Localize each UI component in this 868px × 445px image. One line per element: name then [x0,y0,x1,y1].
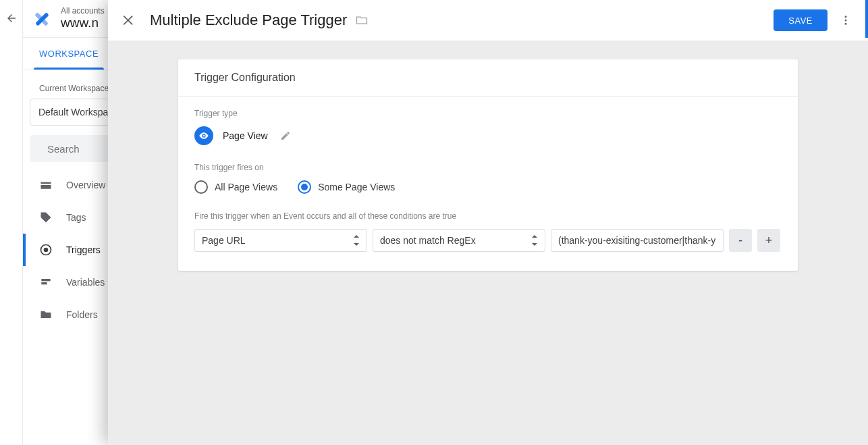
workspace-name: Default Workspace [38,107,118,117]
fires-on-label: This trigger fires on [194,163,782,172]
radio-icon [298,180,311,194]
save-button[interactable]: SAVE [774,9,828,31]
more-menu-icon[interactable] [840,14,852,26]
move-to-folder-icon[interactable] [355,14,369,27]
sidebar-item-label: Overview [66,180,105,190]
panel-header: Multiple Exclude Page Trigger SAVE [108,0,868,41]
breadcrumb-accounts: All accounts [61,6,105,16]
svg-point-8 [845,23,847,25]
condition-row: Page URL does not match RegEx - + [194,229,782,252]
select-value: Page URL [202,235,246,246]
folder-icon [39,308,53,321]
svg-point-7 [845,20,847,22]
sidebar-item-label: Folders [66,309,98,320]
sidebar-item-label: Tags [66,212,86,223]
sidebar-item-label: Variables [66,277,105,288]
svg-point-3 [44,248,49,253]
tab-workspace[interactable]: WORKSPACE [23,38,115,70]
tag-icon [39,211,53,224]
gtm-logo-icon [32,9,51,28]
radio-some-page-views[interactable]: Some Page Views [298,180,395,194]
condition-value-field[interactable] [558,235,716,246]
select-caret-icon [531,235,538,246]
trigger-icon [39,243,53,257]
svg-point-6 [845,16,847,18]
variable-icon [39,276,53,289]
radio-label: Some Page Views [318,182,395,192]
svg-rect-5 [41,282,47,284]
radio-icon [194,180,208,194]
svg-point-9 [203,135,205,137]
radio-all-page-views[interactable]: All Page Views [194,180,277,194]
svg-rect-4 [41,279,50,281]
close-icon[interactable] [121,13,136,28]
trigger-config-card: Trigger Configuration Trigger type Page … [178,59,798,271]
breadcrumb-site: www.n [61,16,105,31]
select-caret-icon [353,235,360,246]
add-condition-button[interactable]: + [757,229,780,252]
condition-intro: Fire this trigger when an Event occurs a… [194,211,782,221]
radio-label: All Page Views [215,182,277,192]
card-title: Trigger Configuration [178,59,798,97]
breadcrumb[interactable]: All accounts www.n [61,6,105,31]
page-view-icon [194,126,213,145]
remove-condition-button[interactable]: - [729,229,752,252]
select-value: does not match RegEx [380,235,476,246]
fires-on-radios: All Page Views Some Page Views [194,180,782,194]
condition-variable-select[interactable]: Page URL [194,229,367,252]
trigger-editor-panel: Multiple Exclude Page Trigger SAVE Trigg… [108,0,868,445]
edit-trigger-type-icon[interactable] [280,130,291,141]
overview-icon [39,178,53,192]
sidebar-item-label: Triggers [66,244,101,255]
trigger-type-label: Trigger type [194,109,782,118]
back-icon[interactable] [5,12,18,24]
condition-operator-select[interactable]: does not match RegEx [373,229,545,252]
trigger-type-name: Page View [223,130,268,141]
panel-title[interactable]: Multiple Exclude Page Trigger [150,11,347,29]
condition-value-input[interactable] [551,229,724,252]
